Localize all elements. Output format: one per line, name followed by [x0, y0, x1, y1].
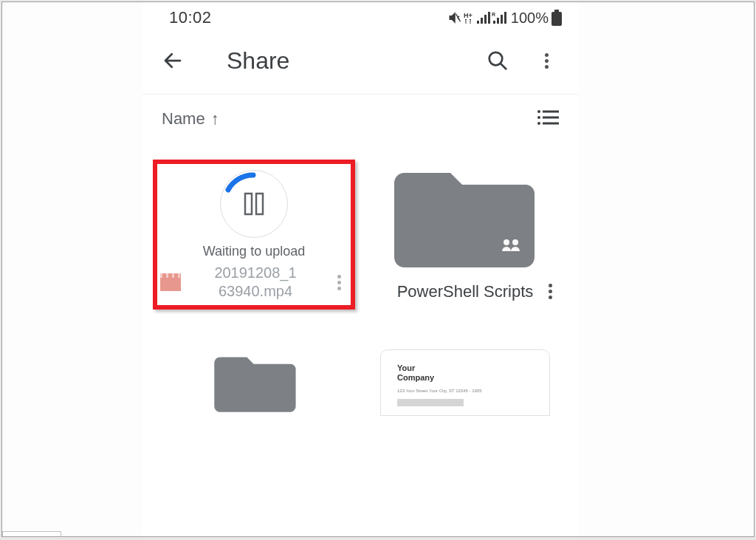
sort-row: Name ↑ [142, 95, 578, 142]
svg-rect-16 [543, 111, 559, 113]
svg-point-24 [504, 239, 509, 245]
app-bar: Share [142, 32, 578, 95]
svg-point-15 [537, 110, 540, 113]
upload-progress-thumb[interactable] [220, 170, 288, 238]
more-vert-icon [337, 275, 341, 290]
svg-point-25 [512, 239, 518, 245]
grid-item-folder[interactable] [156, 349, 355, 416]
progress-spinner-icon [221, 171, 286, 236]
file-grid: Waiting to upload 20191208_1 63940.mp4 [142, 142, 578, 416]
back-button[interactable] [160, 48, 185, 73]
folder-icon [182, 349, 329, 416]
svg-text:R: R [492, 12, 495, 17]
status-time: 10:02 [169, 8, 212, 27]
doc-thumbnail: YourCompany 123 Your Street Your City, S… [380, 349, 550, 416]
shared-folder-icon [391, 160, 539, 274]
file-name: 20191208_1 63940.mp4 [181, 264, 330, 301]
search-button[interactable] [484, 47, 512, 75]
grid-item-uploading-video[interactable]: Waiting to upload 20191208_1 63940.mp4 [153, 160, 355, 310]
svg-rect-10 [504, 12, 506, 24]
upload-status-text: Waiting to upload [203, 244, 305, 259]
grid-item-document[interactable]: YourCompany 123 Your Street Your City, S… [365, 349, 565, 416]
sort-label[interactable]: Name [162, 109, 205, 129]
svg-text:H+: H+ [464, 12, 472, 19]
signal2-roaming-icon: R [492, 12, 506, 24]
grid-item-folder-powershell[interactable]: PowerShell Scripts [365, 160, 565, 310]
svg-line-0 [456, 14, 460, 22]
svg-rect-2 [477, 21, 479, 24]
svg-rect-3 [481, 18, 483, 24]
phone-screen: 10:02 H+ R 100% Shar [142, 2, 578, 536]
mute-icon [447, 11, 462, 24]
back-arrow-icon [162, 49, 184, 72]
item-more-button[interactable] [330, 275, 348, 290]
item-more-button[interactable] [541, 284, 559, 299]
sort-direction-icon[interactable]: ↑ [211, 109, 219, 129]
folder-name: PowerShell Scripts [389, 281, 541, 302]
svg-point-17 [537, 116, 540, 119]
battery-icon [551, 10, 562, 26]
svg-rect-20 [543, 123, 559, 125]
svg-rect-8 [497, 18, 499, 24]
svg-line-14 [501, 64, 506, 69]
list-view-icon [537, 109, 559, 126]
status-bar: 10:02 H+ R 100% [142, 2, 578, 32]
signal1-icon [477, 12, 490, 24]
svg-rect-7 [493, 21, 495, 24]
window-tab-stub [2, 531, 61, 536]
search-icon [487, 49, 509, 72]
view-toggle-list-button[interactable] [537, 109, 559, 129]
video-file-icon [160, 273, 181, 291]
svg-rect-11 [554, 10, 559, 12]
battery-percent: 100% [511, 10, 549, 27]
svg-rect-18 [543, 117, 559, 119]
hplus-data-icon: H+ [464, 11, 475, 24]
more-menu-button[interactable] [532, 47, 560, 75]
more-vert-icon [549, 284, 552, 299]
svg-rect-9 [501, 15, 503, 24]
svg-rect-5 [488, 12, 490, 24]
page-title: Share [227, 47, 289, 75]
svg-point-19 [537, 122, 540, 125]
svg-rect-4 [484, 15, 487, 24]
svg-rect-12 [551, 12, 562, 26]
more-vert-icon [545, 53, 549, 69]
status-right: H+ R 100% [447, 10, 562, 27]
